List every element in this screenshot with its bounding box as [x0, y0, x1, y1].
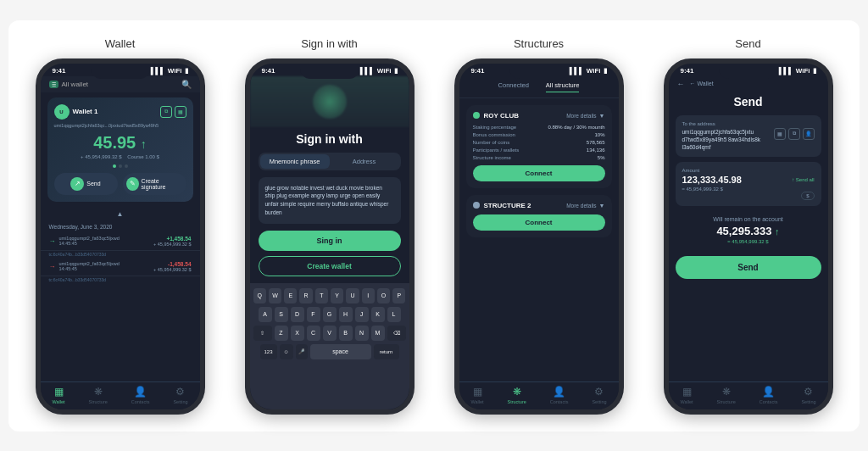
wallet-bottom-nav: ▦ Wallet ❋ Structure 👤 Contacts ⚙ Settin…	[41, 381, 200, 402]
key-i[interactable]: I	[362, 288, 375, 303]
structures-phone-content: Connected All structure ROY CLUB More de…	[459, 76, 619, 402]
key-123[interactable]: 123	[260, 344, 277, 359]
nav-setting[interactable]: ⚙ Setting	[173, 386, 187, 402]
key-o[interactable]: O	[377, 288, 390, 303]
key-y[interactable]: Y	[331, 288, 343, 303]
struct-nav-wallet-label: Wallet	[470, 399, 483, 402]
send-all-button[interactable]: ↑ Send all	[792, 177, 814, 182]
send-nav-setting[interactable]: ⚙ Setting	[801, 386, 815, 402]
send-structure-nav-icon: ❋	[722, 386, 731, 398]
key-g[interactable]: G	[323, 307, 337, 322]
qr-scan-icon[interactable]: ▦	[774, 128, 786, 140]
send-button-action[interactable]: Send	[676, 256, 821, 279]
create-signature-button[interactable]: ✎ Create signature	[123, 173, 186, 195]
search-icon[interactable]: 🔍	[181, 80, 192, 89]
key-n[interactable]: N	[355, 326, 369, 341]
key-c[interactable]: C	[307, 326, 320, 341]
wifi-icon-4: WiFi	[796, 67, 810, 75]
struct-nav-wallet[interactable]: ▦ Wallet	[470, 386, 483, 402]
connect-button-1[interactable]: Connect	[473, 165, 605, 181]
key-u[interactable]: U	[346, 288, 359, 303]
tx-hash-1: tc:6c40a74b...b33d54070733d	[41, 251, 200, 258]
key-space[interactable]: space	[310, 344, 371, 359]
struct-nav-contacts[interactable]: 👤 Contacts	[550, 386, 569, 402]
kb-row-2: A S D F G H J K L	[253, 307, 406, 322]
create-wallet-button[interactable]: Create wallet	[259, 256, 401, 276]
wallet-phone: 9:41 ▌▌▌ WiFi ▮ ☰ All wallet 🔍	[36, 58, 205, 415]
key-mic[interactable]: 🎤	[296, 344, 308, 359]
key-b[interactable]: B	[339, 326, 353, 341]
struct-nav-setting[interactable]: ⚙ Setting	[592, 386, 606, 402]
income-value: 5%	[598, 155, 605, 160]
qr-icon[interactable]: ▦	[175, 106, 186, 118]
key-w[interactable]: W	[269, 288, 281, 303]
key-z[interactable]: Z	[275, 326, 288, 341]
key-d[interactable]: D	[291, 307, 304, 322]
contacts-icon[interactable]: 👤	[803, 128, 815, 140]
copy-addr-icon[interactable]: ⧉	[788, 128, 800, 140]
mnemonic-box: glue grow notable invest wet duck movie …	[259, 177, 401, 224]
setting-nav-icon: ⚙	[175, 386, 185, 398]
key-k[interactable]: K	[371, 307, 385, 322]
struct-nav-contacts-label: Contacts	[550, 399, 569, 402]
key-h[interactable]: H	[339, 307, 353, 322]
signal-icon-4: ▌▌▌	[779, 67, 793, 75]
struct-name-2: STRUCTURE 2	[484, 202, 531, 209]
key-r[interactable]: R	[299, 288, 312, 303]
nav-contacts[interactable]: 👤 Contacts	[131, 386, 150, 402]
key-f[interactable]: F	[307, 307, 320, 322]
struct-details-2[interactable]: More details ▼	[566, 203, 604, 209]
struct-card-header-2: STRUCTURE 2 More details ▼	[473, 202, 605, 209]
struct-details-1[interactable]: More details ▼	[566, 113, 604, 119]
struct-nav-structure[interactable]: ❋ Structure	[507, 386, 526, 402]
structures-section-title: Structures	[514, 37, 564, 50]
nav-structure[interactable]: ❋ Structure	[88, 386, 107, 402]
tab-all-structure[interactable]: All structure	[546, 81, 580, 92]
tab-connected[interactable]: Connected	[498, 81, 529, 92]
key-a[interactable]: A	[259, 307, 272, 322]
staking-label: Staking percentage	[473, 125, 517, 130]
showcase: Wallet 9:41 ▌▌▌ WiFi ▮ ☰ All wallet 🔍	[8, 20, 860, 432]
key-e[interactable]: E	[284, 288, 297, 303]
signin-button[interactable]: Sing in	[259, 231, 401, 251]
key-s[interactable]: S	[275, 307, 288, 322]
send-nav-wallet[interactable]: ▦ Wallet	[680, 386, 693, 402]
copy-icon[interactable]: ⧉	[160, 106, 172, 118]
back-button[interactable]: ←	[677, 80, 685, 88]
connect-button-2[interactable]: Connect	[473, 214, 605, 231]
nav-wallet[interactable]: ▦ Wallet	[52, 386, 64, 402]
staking-row: Staking percentage 0.88% day / 30% mount…	[473, 125, 605, 130]
signin-title: Sign in with	[250, 127, 409, 153]
key-m[interactable]: M	[371, 326, 385, 341]
to-address-value: umi1qqgumpt2jchfa63qc5jxtu d7twd5x89ya49…	[682, 128, 774, 151]
send-nav-structure[interactable]: ❋ Structure	[716, 386, 735, 402]
remain-section: Will remain on the account 45,295.333 ↑ …	[676, 211, 821, 249]
remain-label: Will remain on the account	[676, 216, 821, 222]
key-shift[interactable]: ⇧	[253, 326, 272, 341]
key-backspace[interactable]: ⌫	[387, 326, 406, 341]
tab-mnemonic[interactable]: Mnemonic phrase	[260, 154, 330, 169]
staking-value: 0.88% day / 30% mounth	[548, 125, 604, 130]
expand-icon[interactable]: ▲	[117, 210, 124, 218]
key-j[interactable]: J	[355, 307, 369, 322]
key-x[interactable]: X	[291, 326, 304, 341]
wallet-card-header: U Wallet 1 ⧉ ▦	[54, 104, 186, 120]
tx-amount-1: +1,458.54	[153, 236, 192, 242]
tab-switcher: Mnemonic phrase Address	[259, 153, 401, 170]
wallet-title: Wallet	[105, 37, 136, 50]
send-nav-contacts[interactable]: 👤 Contacts	[760, 386, 778, 402]
currency-badge[interactable]: $	[801, 192, 814, 200]
send-nav-contacts-label: Contacts	[760, 399, 778, 402]
key-emoji[interactable]: ☺	[280, 344, 293, 359]
key-q[interactable]: Q	[253, 288, 266, 303]
tab-address[interactable]: Address	[330, 154, 399, 169]
key-p[interactable]: P	[392, 288, 405, 303]
key-return[interactable]: return	[374, 344, 399, 359]
key-t[interactable]: T	[315, 288, 328, 303]
send-button[interactable]: ↗ Send	[54, 173, 118, 195]
remain-usd: ≈ 45,954,999.32 $	[676, 239, 821, 244]
remain-symbol: ↑	[775, 226, 780, 237]
key-v[interactable]: V	[323, 326, 337, 341]
wallet-header-left: ☰ All wallet	[49, 81, 89, 88]
key-l[interactable]: L	[387, 307, 401, 322]
